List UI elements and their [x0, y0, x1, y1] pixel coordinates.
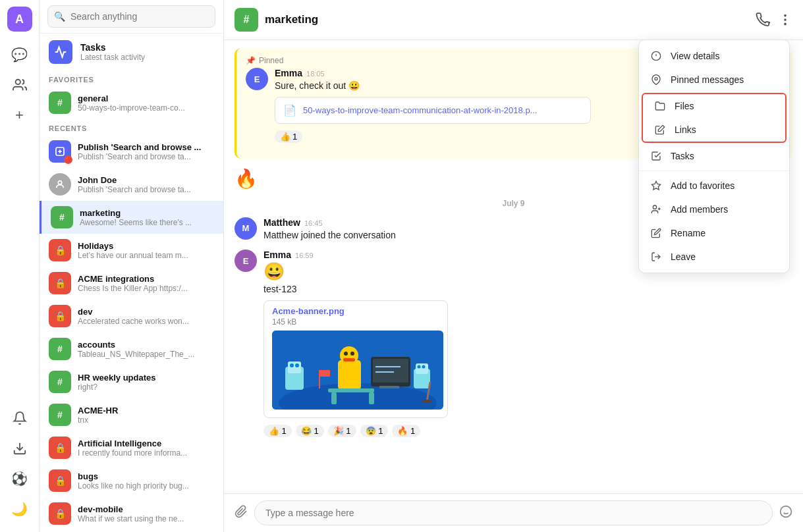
contacts-icon[interactable] [7, 72, 32, 97]
sidebar-item-hr[interactable]: # HR weekly updates right? [40, 365, 223, 398]
pinned-avatar: E [246, 68, 268, 90]
football-icon[interactable]: ⚽ [7, 466, 32, 491]
download-icon[interactable] [7, 436, 32, 461]
menu-add-members[interactable]: Add members [639, 198, 789, 221]
item-preview-acme-hr: tnx [78, 415, 118, 425]
files-icon [653, 101, 667, 111]
item-name-hr: HR weekly updates [78, 373, 156, 383]
tasks-title: Tasks [80, 42, 145, 53]
svg-point-17 [344, 352, 348, 356]
menu-view-details[interactable]: View details [639, 44, 789, 68]
sidebar-item-ai[interactable]: 🔒 Artificial Intelligence I recently fou… [40, 431, 223, 464]
menu-links-label: Links [675, 124, 696, 135]
sidebar-item-general[interactable]: # general 50-ways-to-improve-team-co... [40, 86, 223, 119]
bell-icon[interactable] [7, 406, 32, 431]
channel-icon-bugs: 🔒 [49, 469, 71, 492]
search-input[interactable] [47, 5, 215, 28]
item-preview-bugs: Looks like no high priority bug... [78, 481, 189, 491]
phone-button[interactable] [756, 13, 770, 27]
tasks-item[interactable]: Tasks Latest task activity [40, 34, 223, 70]
menu-view-details-label: View details [671, 51, 719, 61]
reaction-laugh[interactable]: 😂 1 [296, 425, 324, 437]
reaction-fire[interactable]: 🔥 1 [392, 425, 420, 437]
svg-point-31 [422, 365, 426, 368]
reactions-row: 👍 1 😂 1 🎉 1 😨 1 🔥 1 [263, 422, 792, 437]
plus-icon[interactable]: + [7, 103, 32, 128]
sidebar-item-accounts[interactable]: # accounts Tableau_NS_Whitepaper_The_... [40, 332, 223, 365]
sidebar-item-marketing[interactable]: # marketing Awesome! Seems like there's … [40, 201, 223, 234]
more-options-button[interactable] [778, 13, 792, 27]
channel-icon-general: # [49, 92, 71, 114]
svg-point-14 [295, 363, 299, 367]
item-preview-hr: right? [78, 383, 156, 392]
image-attachment[interactable]: Acme-banner.png 145 kB [263, 300, 448, 418]
svg-rect-12 [288, 361, 301, 373]
favorites-label: FAVORITES [40, 70, 223, 86]
sidebar-item-bugs[interactable]: 🔒 bugs Looks like no high priority bug..… [40, 464, 223, 497]
user-avatar[interactable]: A [7, 7, 32, 32]
item-preview-johndoe: Publish 'Search and browse ta... [78, 185, 191, 194]
info-icon [650, 51, 663, 61]
sidebar-item-publish[interactable]: 🔴 Publish 'Search and browse ... Publish… [40, 135, 223, 168]
item-name-bugs: bugs [78, 471, 189, 481]
emoji-button[interactable] [779, 505, 792, 521]
menu-files-label: Files [675, 101, 694, 111]
channel-icon-ai: 🔒 [49, 437, 71, 459]
message-input-bar [224, 493, 803, 532]
menu-rename-label: Rename [671, 228, 706, 238]
svg-rect-24 [373, 359, 408, 383]
header-actions [756, 13, 792, 27]
svg-point-6 [784, 14, 787, 17]
item-preview-dev-mobile: What if we start using the ne... [78, 514, 184, 523]
pinned-file-link[interactable]: 📄 50-ways-to-improve-team-communication-… [275, 97, 591, 124]
img-placeholder [272, 331, 443, 410]
reaction-thumbsup[interactable]: 👍 1 [263, 425, 292, 437]
sidebar-item-dev-mobile[interactable]: 🔒 dev-mobile What if we start using the … [40, 497, 223, 530]
reaction-party[interactable]: 🎉 1 [328, 425, 356, 437]
sidebar-item-dev[interactable]: 🔒 dev Accelerated cache works won... [40, 300, 223, 332]
star-icon [650, 180, 663, 191]
pinned-author: Emma [275, 68, 302, 78]
item-name-accounts: accounts [78, 340, 194, 350]
menu-pinned-messages[interactable]: Pinned messages [639, 68, 789, 92]
menu-add-favorites[interactable]: Add to favorites [639, 174, 789, 198]
menu-leave[interactable]: Leave [639, 245, 789, 269]
svg-point-0 [15, 80, 20, 84]
sidebar-recents-list: 🔴 Publish 'Search and browse ... Publish… [40, 135, 223, 532]
reaction-scared[interactable]: 😨 1 [360, 425, 389, 437]
item-preview-holidays: Let's have our annual team m... [78, 251, 188, 260]
svg-rect-29 [416, 363, 428, 374]
file-link-anchor[interactable]: 50-ways-to-improve-team-communication-at… [303, 105, 537, 115]
chat-icon[interactable]: 💬 [7, 42, 32, 67]
links-icon [653, 124, 667, 135]
text-emma: test-123 [263, 283, 792, 296]
tasks-icon [49, 40, 72, 64]
pin-icon [650, 74, 663, 85]
svg-rect-20 [328, 388, 374, 392]
menu-add-members-label: Add members [671, 204, 728, 215]
sidebar-item-holidays[interactable]: 🔒 Holidays Let's have our annual team m.… [40, 234, 223, 267]
item-name-acme-integrations: ACME integrations [78, 274, 188, 284]
svg-point-7 [784, 18, 787, 21]
svg-rect-35 [319, 370, 330, 377]
item-name-johndoe: John Doe [78, 175, 191, 185]
msg-emma: E Emma 16:59 😀 test-123 Acme-banner.png … [235, 250, 792, 437]
add-member-icon [650, 204, 663, 215]
sidebar-item-acme-hr[interactable]: # ACME-HR tnx [40, 398, 223, 431]
pinned-reaction[interactable]: 👍 1 [275, 130, 302, 143]
channel-title: marketing [265, 13, 749, 26]
item-name-dev-mobile: dev-mobile [78, 504, 184, 514]
channel-icon-dev: 🔒 [49, 305, 71, 327]
sidebar-item-johndoe[interactable]: John Doe Publish 'Search and browse ta..… [40, 168, 223, 201]
menu-links[interactable]: Links [643, 118, 785, 142]
menu-tasks[interactable]: Tasks [639, 144, 789, 168]
attachment-button[interactable] [235, 505, 248, 521]
cloud-icon[interactable]: 🌙 [7, 496, 32, 521]
svg-point-18 [350, 352, 354, 356]
message-input[interactable] [254, 500, 773, 525]
menu-rename[interactable]: Rename [639, 221, 789, 245]
menu-files[interactable]: Files [643, 94, 785, 118]
time-matthew: 16:45 [304, 219, 323, 227]
tasks-subtitle: Latest task activity [80, 53, 145, 62]
sidebar-item-acme-integrations[interactable]: 🔒 ACME integrations Chess Is the Killer … [40, 267, 223, 300]
